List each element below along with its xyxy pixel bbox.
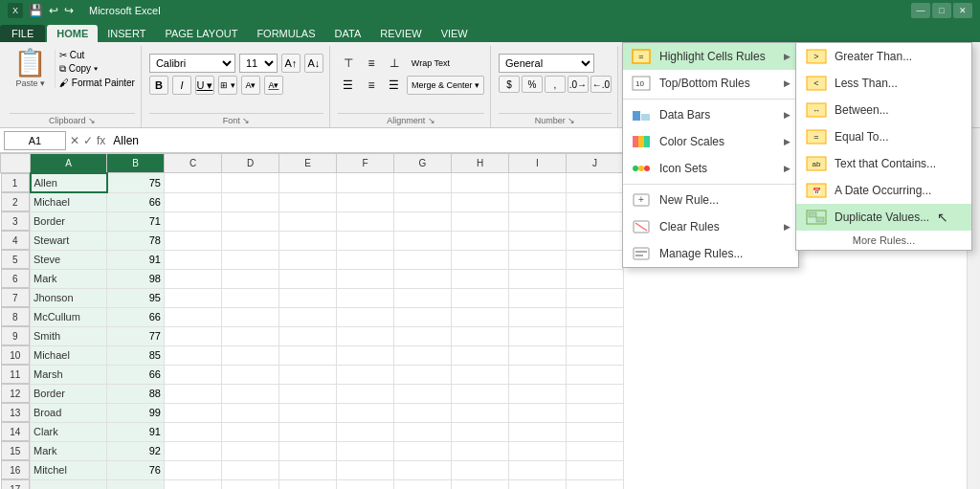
tab-page-layout[interactable]: PAGE LAYOUT [155,25,247,42]
cell-i8[interactable] [509,307,567,326]
tab-view[interactable]: VIEW [432,25,478,42]
cell-j16[interactable] [567,460,624,479]
cell-a3[interactable]: Border [31,211,107,231]
cell-c16[interactable] [165,460,222,479]
cell-i3[interactable] [509,211,567,231]
cell-h8[interactable] [452,307,509,326]
cell-a11[interactable]: Marsh [31,365,107,384]
table-row[interactable]: 11Marsh66 [1,365,624,384]
table-row[interactable]: 5Steve91 [1,250,624,269]
col-header-j[interactable]: J [567,154,624,173]
table-row[interactable]: 17 [1,479,624,489]
cell-reference-input[interactable] [4,131,66,150]
conditional-formatting-menu[interactable]: = Highlight Cells Rules ▶ 10 Top/Bottom … [622,42,799,268]
quick-save-icon[interactable]: 💾 [29,4,43,17]
cell-g9[interactable] [394,326,452,345]
cell-d17[interactable] [222,479,279,489]
cell-a15[interactable]: Mark [31,441,107,460]
cell-e15[interactable] [279,441,337,460]
cell-g13[interactable] [394,403,452,422]
cell-e10[interactable] [279,345,337,365]
cell-c5[interactable] [165,250,222,269]
cell-i17[interactable] [509,479,567,489]
cell-e9[interactable] [279,326,337,345]
menu-item-data-bars[interactable]: Data Bars ▶ [623,101,798,128]
cell-f11[interactable] [337,365,394,384]
cell-d16[interactable] [222,460,279,479]
cut-button[interactable]: ✂ Cut [59,50,135,60]
cell-g2[interactable] [394,192,452,211]
cell-h12[interactable] [452,384,509,403]
cell-c2[interactable] [165,192,222,211]
accounting-button[interactable]: $ [499,76,520,93]
cell-c4[interactable] [165,231,222,250]
cell-b7[interactable]: 95 [107,288,165,307]
cell-c6[interactable] [165,269,222,288]
cell-d13[interactable] [222,403,279,422]
cell-b4[interactable]: 78 [107,231,165,250]
cell-c7[interactable] [165,288,222,307]
cell-f5[interactable] [337,250,394,269]
cell-h15[interactable] [452,441,509,460]
cell-h3[interactable] [452,211,509,231]
cell-j4[interactable] [567,231,624,250]
submenu-greater-than[interactable]: > Greater Than... [796,43,971,70]
cell-d9[interactable] [222,326,279,345]
cell-g4[interactable] [394,231,452,250]
cell-a14[interactable]: Clark [31,422,107,441]
cell-h1[interactable] [452,173,509,193]
cell-j17[interactable] [567,479,624,489]
tab-review[interactable]: REVIEW [370,25,431,42]
cell-e17[interactable] [279,479,337,489]
cell-g10[interactable] [394,345,452,365]
cell-j14[interactable] [567,422,624,441]
cell-j12[interactable] [567,384,624,403]
cell-a8[interactable]: McCullum [31,307,107,326]
table-row[interactable]: 14Clark91 [1,422,624,441]
cell-d7[interactable] [222,288,279,307]
cell-j11[interactable] [567,365,624,384]
cell-b15[interactable]: 92 [107,441,165,460]
cell-f4[interactable] [337,231,394,250]
cell-f17[interactable] [337,479,394,489]
cell-g15[interactable] [394,441,452,460]
cell-i13[interactable] [509,403,567,422]
menu-item-top-bottom[interactable]: 10 Top/Bottom Rules ▶ [623,70,798,97]
cell-g16[interactable] [394,460,452,479]
submenu-duplicate-values[interactable]: Duplicate Values... ↖ [796,204,971,231]
cell-d15[interactable] [222,441,279,460]
cell-d14[interactable] [222,422,279,441]
submenu-text-contains[interactable]: ab Text that Contains... [796,150,971,177]
cell-i2[interactable] [509,192,567,211]
cell-b14[interactable]: 91 [107,422,165,441]
cell-i10[interactable] [509,345,567,365]
fill-color-button[interactable]: A▾ [241,76,260,95]
bold-button[interactable]: B [149,76,168,95]
col-header-b[interactable]: B [107,154,165,173]
cell-h4[interactable] [452,231,509,250]
cell-f2[interactable] [337,192,394,211]
cell-c3[interactable] [165,211,222,231]
cell-f10[interactable] [337,345,394,365]
cell-d5[interactable] [222,250,279,269]
cell-j9[interactable] [567,326,624,345]
cell-e14[interactable] [279,422,337,441]
cell-g5[interactable] [394,250,452,269]
font-name-select[interactable]: Calibri [149,54,235,73]
left-align-button[interactable]: ☰ [338,76,359,95]
insert-function-icon[interactable]: fx [97,134,105,147]
cell-d1[interactable] [222,173,279,193]
top-align-button[interactable]: ⊤ [338,54,359,73]
cell-i5[interactable] [509,250,567,269]
cell-e16[interactable] [279,460,337,479]
quick-undo-icon[interactable]: ↩ [49,4,58,17]
cell-j8[interactable] [567,307,624,326]
cell-a1[interactable]: Allen [31,173,107,193]
cell-f16[interactable] [337,460,394,479]
cell-b10[interactable]: 85 [107,345,165,365]
paste-dropdown[interactable]: ▾ [40,78,45,88]
cell-e12[interactable] [279,384,337,403]
cell-d10[interactable] [222,345,279,365]
font-color-button[interactable]: A▾ [264,76,283,95]
cell-f12[interactable] [337,384,394,403]
